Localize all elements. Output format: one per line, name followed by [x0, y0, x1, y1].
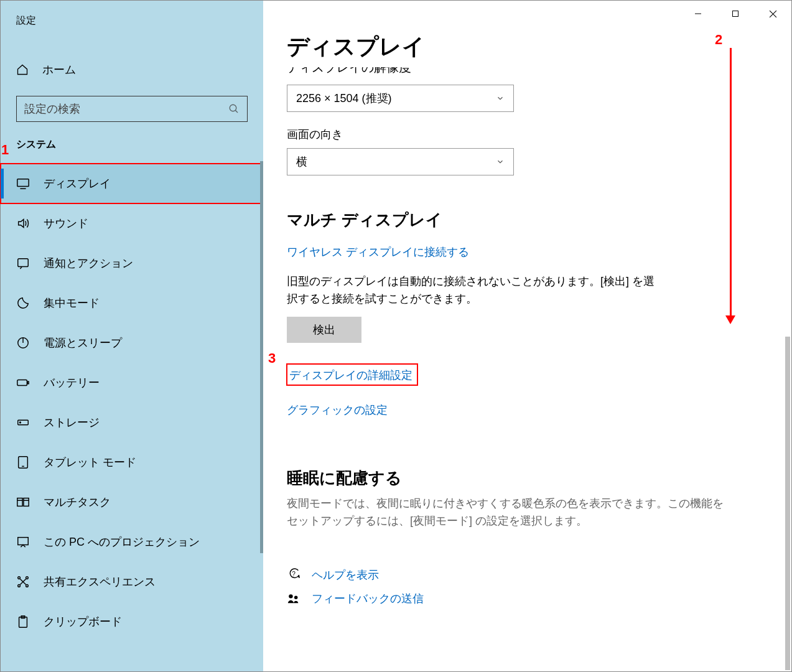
svg-line-1: [235, 110, 238, 113]
svg-rect-17: [18, 538, 29, 545]
notifications-icon: [16, 256, 30, 270]
sleep-text: 夜間モードでは、夜間に眠りに付きやすくする暖色系の色を表示できます。この機能をセ…: [287, 495, 729, 530]
wireless-display-link[interactable]: ワイヤレス ディスプレイに接続する: [287, 245, 469, 259]
feedback-link[interactable]: フィードバックの送信: [312, 591, 424, 606]
svg-point-25: [289, 594, 292, 598]
power-icon: [16, 336, 30, 350]
content-scrollbar[interactable]: [785, 337, 790, 670]
storage-icon: [16, 416, 30, 429]
home-icon: [16, 63, 29, 76]
feedback-row[interactable]: フィードバックの送信: [287, 591, 791, 606]
svg-rect-13: [17, 498, 22, 506]
sidebar-item-label: 集中モード: [44, 296, 100, 310]
svg-point-10: [20, 422, 21, 423]
sidebar-item-label: この PC へのプロジェクション: [44, 534, 200, 549]
sidebar-item-focus[interactable]: 集中モード: [1, 283, 263, 323]
feedback-icon: [287, 592, 300, 605]
sidebar-nav: ディスプレイ サウンド 通知とアクション 集中モード: [1, 164, 263, 642]
svg-rect-28: [733, 11, 738, 17]
sidebar-item-display[interactable]: ディスプレイ: [1, 164, 263, 203]
help-link[interactable]: ヘルプを表示: [312, 567, 379, 582]
svg-rect-14: [24, 498, 29, 506]
main-panel: ディスプレイ ディスプレイの解像度 2256 × 1504 (推奨) 画面の向き…: [263, 1, 791, 671]
sidebar-item-label: バッテリー: [44, 375, 100, 390]
chevron-down-icon: [496, 157, 505, 166]
chevron-down-icon: [496, 94, 505, 103]
orientation-dropdown[interactable]: 横: [287, 148, 514, 175]
annotation-arrow-head: [725, 315, 735, 324]
orientation-label: 画面の向き: [287, 127, 791, 142]
svg-point-18: [18, 577, 21, 579]
help-icon: ?: [287, 568, 300, 582]
sidebar-item-storage[interactable]: ストレージ: [1, 403, 263, 442]
resolution-dropdown[interactable]: 2256 × 1504 (推奨): [287, 85, 514, 112]
home-label: ホーム: [42, 62, 76, 77]
svg-rect-2: [17, 179, 29, 187]
multitask-icon: [16, 495, 30, 509]
sidebar-item-label: 共有エクスペリエンス: [44, 574, 156, 589]
multi-display-heading: マルチ ディスプレイ: [287, 209, 791, 231]
sidebar-item-shared[interactable]: 共有エクスペリエンス: [1, 562, 263, 602]
sidebar-item-label: 通知とアクション: [44, 256, 133, 271]
display-icon: [16, 177, 30, 190]
svg-rect-7: [17, 380, 27, 385]
graphics-settings-link[interactable]: グラフィックの設定: [287, 403, 388, 418]
sidebar: 設定 ホーム システム ディスプレイ: [1, 1, 263, 671]
sidebar-item-label: 電源とスリープ: [44, 335, 122, 350]
svg-rect-8: [27, 381, 29, 384]
battery-icon: [16, 376, 30, 390]
settings-window: 設定 ホーム システム ディスプレイ: [0, 0, 792, 672]
focus-icon: [16, 296, 30, 310]
annotation-arrow-line: [730, 48, 732, 315]
sidebar-item-label: マルチタスク: [44, 495, 111, 510]
detect-button[interactable]: 検出: [287, 317, 361, 343]
advanced-display-link[interactable]: ディスプレイの詳細設定: [289, 368, 412, 383]
svg-point-0: [230, 105, 236, 111]
sidebar-item-multitask[interactable]: マルチタスク: [1, 482, 263, 522]
sidebar-item-clipboard[interactable]: クリップボード: [1, 602, 263, 642]
sidebar-item-label: クリップボード: [44, 614, 122, 629]
sidebar-item-projection[interactable]: この PC へのプロジェクション: [1, 522, 263, 562]
annotation-3: 3: [268, 350, 276, 366]
sidebar-item-sound[interactable]: サウンド: [1, 203, 263, 243]
svg-point-21: [26, 585, 29, 587]
search-icon: [228, 103, 240, 114]
advanced-display-link-box: ディスプレイの詳細設定: [287, 364, 417, 385]
resolution-label-cut: ディスプレイの解像度: [287, 67, 791, 78]
search-input[interactable]: [24, 103, 228, 116]
maximize-button[interactable]: [717, 1, 754, 27]
app-title: 設定: [1, 1, 263, 27]
svg-point-19: [26, 577, 29, 579]
shared-icon: [16, 575, 30, 589]
resolution-value: 2256 × 1504 (推奨): [296, 91, 392, 106]
titlebar-controls: [679, 1, 791, 27]
orientation-value: 横: [296, 154, 307, 169]
sidebar-home[interactable]: ホーム: [1, 57, 263, 82]
sidebar-item-power[interactable]: 電源とスリープ: [1, 323, 263, 363]
clipboard-icon: [16, 615, 30, 628]
svg-point-20: [18, 585, 21, 587]
svg-point-26: [294, 595, 298, 599]
help-row[interactable]: ? ヘルプを表示: [287, 567, 791, 582]
minimize-button[interactable]: [679, 1, 717, 27]
sidebar-item-tablet[interactable]: タブレット モード: [1, 442, 263, 482]
projection-icon: [16, 535, 30, 549]
sidebar-item-battery[interactable]: バッテリー: [1, 363, 263, 403]
svg-text:?: ?: [292, 570, 296, 577]
search-box[interactable]: [16, 96, 248, 122]
tablet-icon: [16, 455, 30, 469]
section-label: システム: [1, 122, 263, 157]
detect-text: 旧型のディスプレイは自動的に接続されないことがあります。[検出] を選択すると接…: [287, 273, 660, 308]
sidebar-item-label: サウンド: [44, 216, 88, 231]
sleep-heading: 睡眠に配慮する: [287, 467, 791, 489]
svg-rect-4: [18, 259, 29, 267]
sidebar-item-label: タブレット モード: [44, 455, 136, 470]
annotation-2: 2: [715, 32, 722, 48]
close-button[interactable]: [754, 1, 791, 27]
sidebar-item-notifications[interactable]: 通知とアクション: [1, 243, 263, 283]
sound-icon: [16, 217, 30, 230]
sidebar-item-label: ストレージ: [44, 415, 100, 430]
annotation-1: 1: [1, 142, 9, 158]
sidebar-item-label: ディスプレイ: [44, 176, 111, 191]
